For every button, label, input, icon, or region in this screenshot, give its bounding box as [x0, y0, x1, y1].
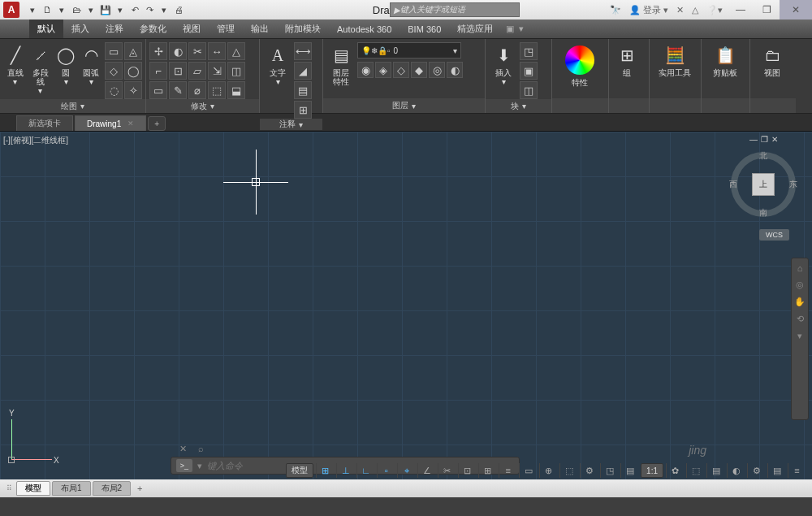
vp-close[interactable]: ✕ [771, 135, 778, 144]
modify-btn[interactable]: ⌐ [149, 62, 167, 80]
layer-tool-btn[interactable]: ◐ [447, 62, 463, 78]
binoculars-icon[interactable]: 🔭 [610, 5, 621, 15]
annotate-btn[interactable]: ⊞ [294, 101, 312, 119]
draw-small-btn[interactable]: ◌ [105, 81, 123, 99]
vp-max[interactable]: ❐ [761, 135, 768, 144]
app-menu-icon[interactable]: A [3, 2, 19, 18]
status-toggle-7[interactable]: ⊡ [458, 463, 476, 478]
qat-btn-4[interactable]: ▾ [84, 3, 97, 16]
status-toggle-3[interactable]: ▫ [377, 463, 395, 478]
qat-btn-5[interactable]: 💾 [99, 3, 112, 16]
modify-btn[interactable]: ✂ [188, 42, 206, 60]
text-button[interactable]: A文字▾ [263, 41, 292, 86]
cmd-control-btn[interactable]: ✕ [175, 442, 190, 455]
status-toggle-16[interactable]: 1:1 [641, 463, 663, 478]
qat-btn-8[interactable]: ↷ [143, 3, 156, 16]
qat-btn-10[interactable]: 🖨 [172, 3, 185, 16]
close-button[interactable]: ✕ [780, 0, 812, 20]
annotate-btn[interactable]: ▤ [294, 81, 312, 99]
modify-btn[interactable]: ✢ [149, 42, 167, 60]
tabs-grip-icon[interactable]: ⠿ [6, 484, 11, 492]
status-toggle-9[interactable]: ≡ [499, 463, 516, 478]
modify-btn[interactable]: ⇲ [208, 62, 226, 80]
ribbon-tab-BIM 360[interactable]: BIM 360 [400, 20, 449, 38]
annotate-btn[interactable]: ⟷ [294, 42, 312, 60]
ribbon-tab-Autodesk 360[interactable]: Autodesk 360 [329, 20, 400, 38]
minimize-button[interactable]: — [728, 0, 754, 20]
draw-small-btn[interactable]: ▭ [105, 42, 123, 60]
modify-btn[interactable]: ✎ [169, 81, 187, 99]
layout-tab-布局2[interactable]: 布局2 [93, 481, 132, 496]
qat-btn-1[interactable]: 🗋 [41, 3, 54, 16]
layer-tool-btn[interactable]: ◆ [411, 62, 427, 78]
viewport-label[interactable]: [-][俯视][二维线框] [3, 135, 68, 146]
ribbon-tab-插入[interactable]: 插入 [63, 20, 97, 38]
status-toggle-11[interactable]: ⊕ [539, 463, 557, 478]
annotate-btn[interactable]: ◢ [294, 62, 312, 80]
ribbon-tab-精选应用[interactable]: 精选应用 [449, 20, 501, 38]
help-icon[interactable]: ❔▾ [706, 5, 723, 15]
qat-btn-2[interactable]: ▾ [55, 3, 68, 16]
block-btn[interactable]: ◳ [520, 42, 538, 60]
status-toggle-18[interactable]: ⬚ [686, 463, 704, 478]
modify-btn[interactable]: ◐ [169, 42, 187, 60]
group-button[interactable]: ⊞组 [612, 41, 641, 77]
layout-tab-模型[interactable]: 模型 [16, 481, 50, 496]
layout-tab-布局1[interactable]: 布局1 [52, 481, 91, 496]
qat-btn-9[interactable]: ▾ [158, 3, 171, 16]
doc-tab-新选项卡[interactable]: 新选项卡 [16, 115, 73, 131]
wcs-badge[interactable]: WCS [759, 229, 789, 241]
modify-btn[interactable]: ⊡ [169, 62, 187, 80]
draw-圆弧[interactable]: ◠圆弧▾ [80, 41, 103, 86]
status-toggle-17[interactable]: ✿ [666, 463, 684, 478]
drawing-viewport[interactable]: [-][俯视][二维线框] — ❐ ✕ 上 北 南 东 西 WCS ⌂◎✋⟲▾ … [0, 132, 812, 479]
modify-btn[interactable]: ⬓ [227, 81, 245, 99]
status-toggle-8[interactable]: ⊞ [478, 463, 496, 478]
status-toggle-21[interactable]: ⚙ [747, 463, 765, 478]
status-toggle-22[interactable]: ▤ [767, 463, 785, 478]
qat-btn-6[interactable]: ▾ [114, 3, 127, 16]
login-button[interactable]: 👤 登录 ▾ [629, 4, 668, 16]
modify-btn[interactable]: ↔ [208, 42, 226, 60]
modify-btn[interactable]: ⌀ [188, 81, 206, 99]
status-toggle-6[interactable]: ✂ [438, 463, 456, 478]
status-toggle-0[interactable]: ⊞ [316, 463, 334, 478]
ribbon-tab-附加模块[interactable]: 附加模块 [277, 20, 329, 38]
status-toggle-23[interactable]: ≡ [788, 463, 806, 478]
a360-icon[interactable]: △ [692, 5, 698, 15]
ribbon-tab-管理[interactable]: 管理 [209, 20, 243, 38]
clipboard-button[interactable]: 📋剪贴板 [705, 41, 745, 77]
layer-props-button[interactable]: ▤图层特性 [326, 41, 356, 86]
infocenter-search[interactable]: ▶ 键入关键字或短语 [390, 2, 520, 17]
ribbon-tab-默认[interactable]: 默认 [29, 20, 63, 38]
status-toggle-5[interactable]: ∠ [417, 463, 435, 478]
add-layout-button[interactable]: + [132, 483, 147, 493]
cmd-control-btn[interactable]: ⌕ [193, 442, 208, 455]
draw-small-btn[interactable]: ◬ [124, 42, 142, 60]
new-doc-button[interactable]: + [148, 116, 166, 131]
draw-圆[interactable]: ◯圆▾ [54, 41, 78, 86]
insert-block-button[interactable]: ⬇插入▾ [489, 41, 518, 86]
qat-btn-7[interactable]: ↶ [128, 3, 141, 16]
qat-btn-0[interactable]: ▾ [26, 3, 39, 16]
block-btn[interactable]: ▣ [520, 62, 538, 80]
maximize-button[interactable]: ❐ [754, 0, 780, 20]
ribbon-extra-icon[interactable]: ▾ [519, 24, 524, 34]
ribbon-tab-注释[interactable]: 注释 [97, 20, 132, 38]
nav-tool[interactable]: ⟲ [797, 314, 804, 324]
layer-tool-btn[interactable]: ◎ [429, 62, 445, 78]
status-toggle-20[interactable]: ◐ [727, 463, 745, 478]
nav-tool[interactable]: ✋ [794, 297, 806, 307]
block-btn[interactable]: ◫ [520, 81, 538, 99]
modify-btn[interactable]: ◫ [227, 62, 245, 80]
status-toggle-19[interactable]: ▤ [706, 463, 724, 478]
modify-btn[interactable]: △ [227, 42, 245, 60]
draw-直线[interactable]: ╱直线▾ [3, 41, 27, 86]
view-button[interactable]: 🗀视图 [754, 41, 791, 77]
draw-small-btn[interactable]: ◯ [124, 62, 142, 80]
vp-min[interactable]: — [749, 135, 758, 144]
viewcube[interactable]: 上 北 南 东 西 [731, 152, 796, 217]
status-toggle-4[interactable]: ⌖ [397, 463, 415, 478]
exchange-icon[interactable]: ✕ [676, 5, 684, 15]
nav-tool[interactable]: ◎ [796, 280, 804, 290]
